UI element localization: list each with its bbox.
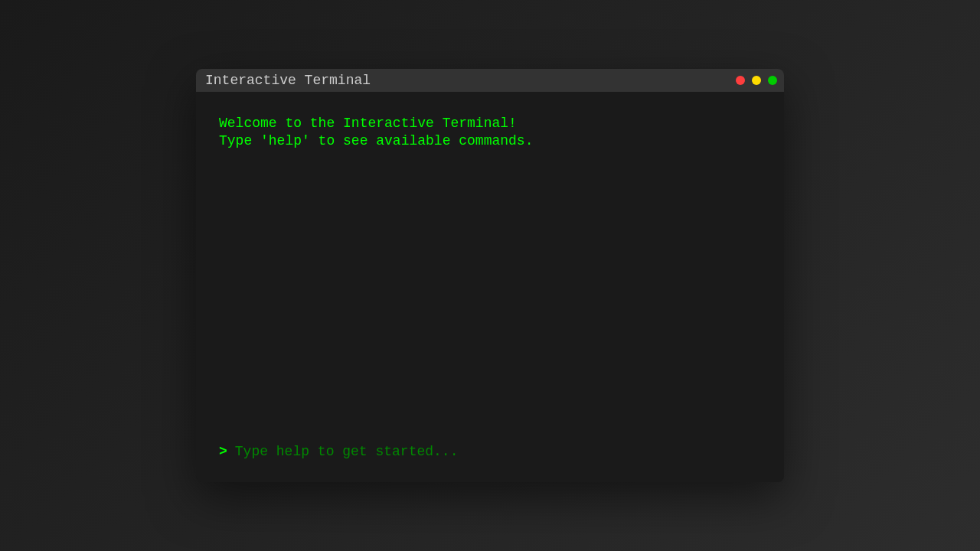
- close-icon[interactable]: [736, 76, 745, 85]
- traffic-lights: [736, 76, 777, 85]
- terminal-title: Interactive Terminal: [205, 73, 371, 87]
- terminal-input-row: >: [196, 432, 784, 482]
- output-line: Welcome to the Interactive Terminal!: [219, 115, 761, 132]
- command-input[interactable]: [235, 444, 761, 459]
- maximize-icon[interactable]: [768, 76, 777, 85]
- minimize-icon[interactable]: [752, 76, 761, 85]
- output-line: Type 'help' to see available commands.: [219, 132, 761, 150]
- terminal-output: Welcome to the Interactive Terminal! Typ…: [196, 92, 784, 432]
- terminal-header: Interactive Terminal: [196, 69, 784, 92]
- terminal-window: Interactive Terminal Welcome to the Inte…: [196, 69, 784, 482]
- prompt-symbol: >: [219, 444, 227, 459]
